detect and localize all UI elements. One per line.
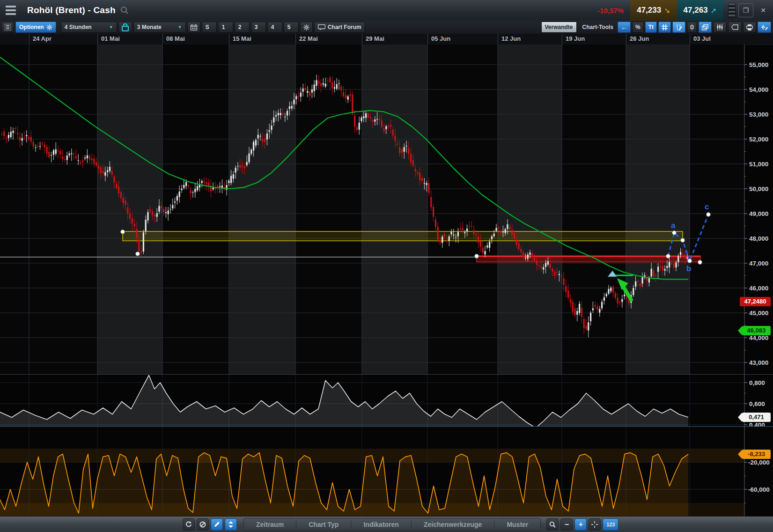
- disable-drawings-button[interactable]: [197, 518, 209, 531]
- callout-tool-button[interactable]: [728, 22, 742, 33]
- svg-text:0,600: 0,600: [749, 400, 765, 407]
- chart-tools-label: Chart-Tools: [582, 24, 613, 30]
- time-axis-label: 08 Mai: [166, 35, 185, 42]
- buy-price-button[interactable]: 47,263 ➚: [677, 0, 723, 21]
- svg-text:-60,000: -60,000: [748, 486, 770, 493]
- draw-tool-button[interactable]: [672, 22, 685, 33]
- buy-price: 47,263: [684, 6, 708, 15]
- range-value: 3 Monate: [137, 24, 162, 30]
- speech-bubble-icon: [318, 24, 325, 30]
- options-button[interactable]: Optionen: [15, 22, 56, 33]
- svg-text:-20,000: -20,000: [748, 459, 770, 466]
- expand-collapse-button[interactable]: [225, 518, 237, 531]
- percent-scale-button[interactable]: %: [632, 22, 644, 33]
- chevron-down-icon: ▼: [109, 25, 113, 30]
- time-axis-tick: [229, 34, 229, 44]
- gear-icon: [303, 24, 309, 30]
- zoom-search-button[interactable]: [546, 518, 559, 531]
- time-axis-label: 29 Mai: [366, 35, 384, 42]
- time-axis-tick: [626, 34, 626, 44]
- crosshair-button[interactable]: [589, 518, 601, 531]
- sell-price-button[interactable]: 47,233 ➘: [630, 0, 677, 21]
- time-axis-label: 24 Apr: [33, 35, 52, 42]
- range-dropdown[interactable]: 3 Monate ▼: [133, 22, 186, 33]
- menu-chart-typ[interactable]: Chart Typ: [296, 521, 351, 528]
- candle-type-button[interactable]: [687, 22, 697, 33]
- time-axis-tick: [97, 34, 98, 44]
- time-axis-label: 12 Jun: [501, 35, 521, 42]
- time-axis-label: 19 Jun: [566, 35, 585, 42]
- svg-text:b: b: [686, 264, 691, 273]
- menu-zeichenwerkzeuge[interactable]: Zeichenwerkzeuge: [412, 521, 495, 528]
- close-button[interactable]: ✕: [756, 4, 770, 17]
- layout-button-3[interactable]: 3: [251, 22, 266, 33]
- chart-forum-button[interactable]: Chart Forum: [314, 22, 365, 33]
- undo-tool-button[interactable]: ←: [618, 22, 631, 33]
- text-tool-button[interactable]: Tt: [645, 22, 657, 33]
- search-icon[interactable]: [120, 6, 129, 15]
- layout-button-1[interactable]: 1: [218, 22, 233, 33]
- calendar-icon: [191, 24, 197, 30]
- price-scale-button[interactable]: 123: [603, 518, 618, 531]
- svg-text:46,000: 46,000: [749, 285, 768, 292]
- settings-button[interactable]: [300, 22, 313, 33]
- drag-grip-icon[interactable]: [728, 3, 736, 18]
- svg-text:49,000: 49,000: [749, 210, 768, 217]
- sell-price: 47,233: [637, 6, 661, 15]
- grid-tool-button[interactable]: [658, 22, 671, 33]
- arrow-up-icon: ➚: [711, 6, 717, 15]
- lock-icon: [122, 26, 129, 31]
- layout-button-2[interactable]: 2: [235, 22, 250, 33]
- time-axis-label: 22 Mai: [299, 35, 318, 42]
- chart-forum-label: Chart Forum: [328, 24, 361, 30]
- low-price-badge: 46,083: [742, 326, 771, 335]
- menu-zeitraum[interactable]: Zeitraum: [244, 521, 296, 528]
- layout-button-4[interactable]: 4: [267, 22, 282, 33]
- gear-icon: [46, 24, 52, 30]
- print-button[interactable]: [743, 22, 756, 33]
- svg-text:45,000: 45,000: [749, 310, 768, 317]
- svg-text:a: a: [671, 221, 676, 230]
- session-button-s[interactable]: S: [202, 22, 217, 33]
- refresh-button[interactable]: [183, 518, 195, 531]
- svg-text:0,400: 0,400: [749, 421, 765, 426]
- watchlist-icon[interactable]: [1, 22, 14, 33]
- price-chart[interactable]: abc55,00054,00053,00052,00051,00050,0004…: [0, 44, 773, 375]
- svg-text:43,000: 43,000: [749, 359, 768, 366]
- menu-icon[interactable]: [3, 3, 19, 17]
- arrow-down-icon: ➘: [664, 6, 670, 15]
- zoom-in-button[interactable]: +: [574, 518, 587, 531]
- time-axis-tick: [427, 34, 428, 44]
- svg-text:0,800: 0,800: [749, 379, 765, 386]
- edit-drawing-button[interactable]: [211, 518, 223, 531]
- menu-indikatoren[interactable]: Indikatoren: [351, 521, 411, 528]
- svg-text:51,000: 51,000: [749, 161, 768, 168]
- svg-text:47,000: 47,000: [749, 260, 768, 267]
- time-axis-label: 15 Mai: [233, 35, 251, 42]
- change-percent: -10,57%: [597, 7, 624, 15]
- oscillator-panel[interactable]: 0,8000,6000,400: [0, 375, 773, 426]
- calendar-button[interactable]: [187, 22, 200, 33]
- svg-text:54,000: 54,000: [749, 86, 768, 93]
- svg-text:48,000: 48,000: [749, 235, 768, 242]
- svg-text:50,000: 50,000: [749, 185, 768, 192]
- svg-text:c: c: [705, 202, 709, 211]
- pattern-tool-button[interactable]: [713, 22, 727, 33]
- time-axis[interactable]: 24 Apr01 Mai08 Mai15 Mai22 Mai29 Mai05 J…: [0, 34, 773, 45]
- williams-r-panel[interactable]: -20,000-60,000: [0, 426, 773, 517]
- time-axis-label: 26 Jun: [630, 35, 649, 42]
- restore-window-button[interactable]: ❐: [738, 3, 753, 17]
- time-axis-label: 05 Jun: [431, 35, 450, 42]
- menu-muster[interactable]: Muster: [494, 521, 540, 528]
- chart-toolbar: Optionen 4 Stunden ▼ 3 Monate ▼ S 1 2 3 …: [0, 21, 773, 34]
- windows-layout-button[interactable]: [699, 22, 712, 33]
- lock-scale-button[interactable]: [118, 22, 132, 33]
- interval-dropdown[interactable]: 4 Stunden ▼: [61, 22, 117, 33]
- title-bar: Rohöl (Brent) - Cash -10,57% 47,233 ➘ 47…: [0, 0, 773, 21]
- zoom-out-button[interactable]: −: [560, 518, 573, 531]
- time-axis-tick: [498, 34, 498, 44]
- chart-settings-button[interactable]: [758, 22, 771, 33]
- layout-button-5[interactable]: 5: [284, 22, 299, 33]
- related-button[interactable]: Verwandte: [541, 22, 577, 33]
- svg-text:55,000: 55,000: [749, 61, 768, 68]
